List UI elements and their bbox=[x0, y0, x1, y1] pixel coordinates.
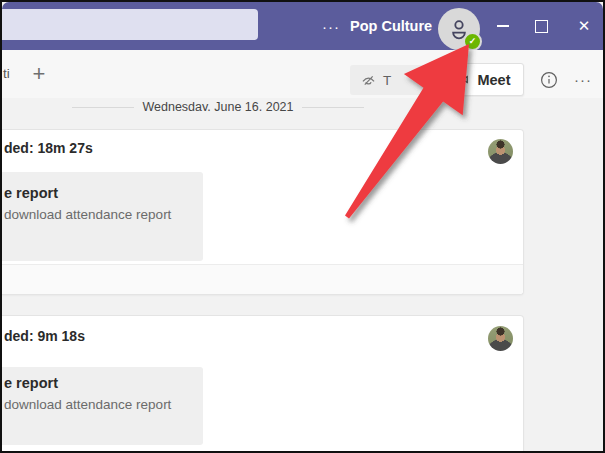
meet-button[interactable]: Meet bbox=[438, 63, 524, 96]
date-divider: Wednesday, June 16, 2021 bbox=[72, 98, 364, 111]
sender-avatar bbox=[488, 139, 513, 164]
maximize-button[interactable] bbox=[527, 2, 555, 50]
ellipsis-icon: ··· bbox=[322, 18, 340, 35]
add-tab-button[interactable]: + bbox=[24, 50, 54, 98]
team-name-title: Pop Culture bbox=[350, 2, 432, 50]
close-icon: ✕ bbox=[578, 17, 591, 35]
hidden-tabs-button[interactable]: T bbox=[350, 65, 438, 95]
attendance-report-attachment[interactable]: e report download attendance report bbox=[2, 172, 203, 261]
channel-toolbar: ti + T Meet bbox=[2, 50, 603, 99]
attendance-report-attachment[interactable]: e report download attendance report bbox=[2, 367, 203, 445]
channel-info-button[interactable] bbox=[534, 63, 564, 96]
plus-icon: + bbox=[33, 61, 46, 87]
eye-slash-icon bbox=[361, 74, 376, 87]
message-list: Wednesday, June 16, 2021 ded: 18m 27s e … bbox=[2, 98, 603, 451]
attachment-subtitle: download attendance report bbox=[4, 207, 171, 222]
meet-button-label: Meet bbox=[477, 72, 510, 88]
ellipsis-icon: ··· bbox=[574, 71, 592, 88]
presence-available-badge: ✓ bbox=[463, 32, 482, 51]
divider-line bbox=[72, 107, 134, 108]
attachment-subtitle: download attendance report bbox=[4, 397, 171, 412]
meeting-ended-title: ded: 18m 27s bbox=[4, 140, 93, 156]
video-camera-icon bbox=[451, 72, 469, 87]
profile-avatar-button[interactable]: ✓ bbox=[438, 8, 480, 50]
minimize-icon bbox=[497, 25, 509, 27]
teams-window: ··· Pop Culture ✓ ✕ ti + bbox=[0, 0, 605, 453]
search-input[interactable] bbox=[2, 9, 258, 40]
hidden-tabs-label: T bbox=[383, 73, 391, 88]
divider-line bbox=[302, 107, 364, 108]
attachment-title: e report bbox=[4, 375, 58, 391]
date-divider-label: Wednesday, June 16, 2021 bbox=[142, 98, 293, 111]
tab-truncated[interactable]: ti bbox=[3, 50, 10, 98]
info-icon bbox=[540, 71, 558, 89]
title-bar: ··· Pop Culture ✓ ✕ bbox=[2, 2, 603, 50]
reply-footer[interactable] bbox=[2, 264, 523, 294]
meeting-ended-message: ded: 9m 18s e report download attendance… bbox=[2, 315, 524, 451]
maximize-icon bbox=[535, 20, 548, 33]
minimize-button[interactable] bbox=[489, 2, 517, 50]
attachment-title: e report bbox=[4, 185, 58, 201]
meeting-ended-title: ded: 9m 18s bbox=[4, 328, 85, 344]
meeting-ended-message: ded: 18m 27s e report download attendanc… bbox=[2, 129, 524, 295]
close-button[interactable]: ✕ bbox=[565, 2, 603, 50]
sender-avatar bbox=[488, 326, 513, 351]
titlebar-more-button[interactable]: ··· bbox=[312, 2, 350, 50]
channel-more-button[interactable]: ··· bbox=[565, 63, 601, 96]
